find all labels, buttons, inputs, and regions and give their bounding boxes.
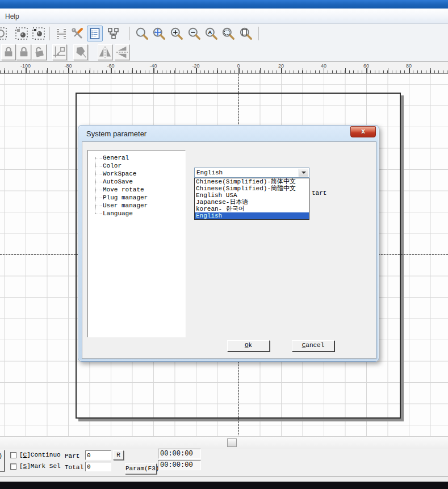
svg-text:A: A xyxy=(208,29,212,35)
ruler-label: 80 xyxy=(406,63,412,69)
language-list: Chinese(Simplified)-简体中文Chinese(Simplifi… xyxy=(194,178,309,220)
part-time-display: 00:00:00 xyxy=(158,449,201,459)
marquee-circle-icon xyxy=(0,27,7,40)
cancel-button[interactable]: Cancel xyxy=(292,340,334,352)
total-time-display: 00:00:00 xyxy=(158,460,201,470)
main-toolbar: A xyxy=(0,24,448,43)
select-tool-button[interactable] xyxy=(0,26,9,41)
total-count-input[interactable] xyxy=(85,462,111,471)
tree-item-workspace[interactable]: WorkSpace xyxy=(88,170,185,178)
tree-item-general[interactable]: General xyxy=(88,154,185,162)
taskbar-strip xyxy=(0,482,448,489)
mark-button-partial[interactable]: ) xyxy=(0,450,5,471)
tree-item-plug-manager[interactable]: Plug manager xyxy=(88,194,185,202)
magnifier-all-icon: A xyxy=(204,26,219,41)
param-f3-button[interactable]: Param(F3) xyxy=(125,463,157,474)
language-combobox-value: English xyxy=(196,169,223,176)
part-count-input[interactable] xyxy=(85,450,111,460)
node-add-icon xyxy=(32,27,45,40)
settings-tree: GeneralColorWorkSpaceAutoSaveMove rotate… xyxy=(88,154,185,218)
window-titlebar xyxy=(0,0,448,9)
origin-icon xyxy=(53,45,66,59)
chevron-down-icon xyxy=(302,172,306,174)
tree-item-move-rotate[interactable]: Move rotate xyxy=(88,186,185,194)
reset-count-button[interactable]: R xyxy=(113,450,124,460)
zoom-all-button[interactable]: A xyxy=(203,26,219,41)
zoom-out-button[interactable] xyxy=(186,26,202,41)
lock-y-button[interactable] xyxy=(16,44,31,60)
language-combobox[interactable]: English xyxy=(194,168,309,178)
ok-button[interactable]: Ok xyxy=(227,340,270,352)
horizontal-scrollbar[interactable] xyxy=(0,436,448,449)
rotate-shape-icon xyxy=(74,45,87,59)
menu-help[interactable]: Help xyxy=(2,11,22,22)
continuous-checkbox-label[interactable]: [C]Continuo xyxy=(19,452,61,458)
combobox-dropdown-button[interactable] xyxy=(299,169,308,177)
node-add-button[interactable] xyxy=(31,26,47,41)
mirror-horizontal-button[interactable] xyxy=(115,44,129,60)
zoom-pan-button[interactable] xyxy=(151,26,167,41)
dialog-close-button[interactable]: x xyxy=(350,126,376,137)
app-window: Help xyxy=(0,0,448,489)
ok-button-label: O xyxy=(245,342,249,349)
wrench-screwdriver-icon xyxy=(71,27,85,40)
tree-item-user-manager[interactable]: User manager xyxy=(88,202,185,210)
mark-selected-checkbox-label[interactable]: [S]Mark Sel xyxy=(19,463,61,470)
language-option[interactable]: korean- 한국어 xyxy=(195,206,309,212)
hatch-icon xyxy=(55,27,68,40)
dialog-title: System parameter xyxy=(86,129,146,138)
part-label: Part xyxy=(65,453,79,459)
language-option[interactable]: Chinese(Simplified)-簡體中文 xyxy=(195,185,309,192)
mirror-vertical-button[interactable] xyxy=(98,44,112,60)
magnifier-pan-icon xyxy=(152,26,166,41)
toolbar-separator xyxy=(129,27,130,40)
ruler-label: -60 xyxy=(107,63,114,69)
ruler-label: -80 xyxy=(64,63,72,69)
magnifier-in-icon xyxy=(169,26,184,41)
horizontal-ruler: -100-80-60-40-20020406080 xyxy=(0,61,448,74)
scrollbar-thumb[interactable] xyxy=(227,438,237,447)
lock-icon xyxy=(18,45,30,59)
total-label: Total xyxy=(65,464,83,471)
occluded-restart-text: tart xyxy=(312,190,326,197)
language-option[interactable]: English USA xyxy=(195,192,309,199)
menu-bar: Help xyxy=(0,9,448,24)
zoom-in-button[interactable] xyxy=(169,26,185,41)
system-parameter-dialog: System parameter x GeneralColorWorkSpace… xyxy=(78,125,379,362)
magnifier-out-icon xyxy=(187,26,202,41)
magnifier-plain-icon xyxy=(135,26,149,41)
toolbar-separator xyxy=(258,27,259,40)
system-parameter-button[interactable] xyxy=(87,26,103,41)
tools-button[interactable] xyxy=(70,26,86,41)
magnifier-select-icon xyxy=(221,26,236,41)
node-edit-icon xyxy=(15,27,28,40)
dialog-client-area: GeneralColorWorkSpaceAutoSaveMove rotate… xyxy=(82,141,376,359)
ruler-label: -40 xyxy=(149,63,157,69)
continuous-checkbox[interactable] xyxy=(10,452,16,458)
tree-item-language[interactable]: Language xyxy=(88,210,185,218)
hatch-button[interactable] xyxy=(53,26,69,41)
zoom-tool-button[interactable] xyxy=(134,26,150,41)
lock-x-button[interactable] xyxy=(1,44,16,60)
parameter-list-icon xyxy=(88,27,102,40)
lock-icon xyxy=(2,45,15,59)
object-structure-button[interactable] xyxy=(106,26,122,41)
mirror-horizontal-icon xyxy=(115,45,129,59)
zoom-selection-button[interactable] xyxy=(220,26,236,41)
mark-control-bar: ) [C]Continuo [S]Mark Sel Part R Total P… xyxy=(0,449,448,476)
tree-item-autosave[interactable]: AutoSave xyxy=(88,178,185,186)
language-option[interactable]: Chinese(Simplified)-简体中文 xyxy=(195,178,309,185)
unlock-button[interactable] xyxy=(32,44,47,60)
language-option[interactable]: English xyxy=(195,212,309,219)
statusbar-lower-strip xyxy=(0,476,448,482)
settings-tree-panel: GeneralColorWorkSpaceAutoSaveMove rotate… xyxy=(87,150,186,337)
rotate-tool-button[interactable] xyxy=(73,44,88,60)
mark-selected-checkbox[interactable] xyxy=(10,463,16,470)
zoom-page-button[interactable] xyxy=(238,26,254,41)
ruler-label: -100 xyxy=(20,63,31,69)
ruler-label: 0 xyxy=(237,63,240,69)
tree-item-color[interactable]: Color xyxy=(88,162,185,170)
move-to-origin-button[interactable] xyxy=(52,44,67,60)
language-option[interactable]: Japanese-日本语 xyxy=(195,199,309,206)
node-edit-button[interactable] xyxy=(14,26,30,41)
